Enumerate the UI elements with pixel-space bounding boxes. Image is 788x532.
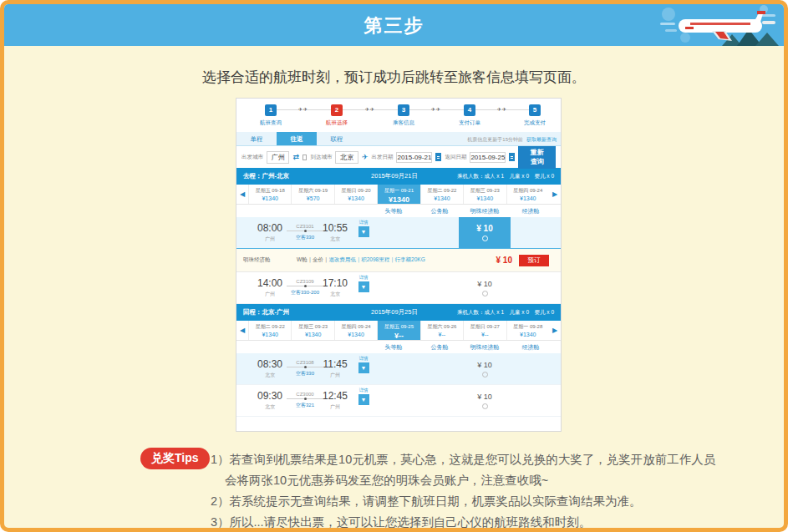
arrive-city-label: 到达城市: [310, 154, 332, 161]
refresh-link[interactable]: 获取最新查询: [526, 137, 557, 142]
fare-price-red: ¥ 10: [474, 256, 512, 265]
refresh-note-text: 机票信息更新于15分钟前: [467, 137, 523, 142]
fare-price: ¥ 10: [476, 224, 492, 233]
detail-dropdown-icon[interactable]: ▼: [358, 281, 369, 292]
book-button[interactable]: 预订: [519, 255, 549, 266]
cabin-first: 头等舱: [375, 207, 412, 215]
day-cell[interactable]: 星期四 09-24 ¥1340: [334, 321, 377, 340]
depart-date-input[interactable]: 2015-09-21: [396, 152, 432, 163]
refresh-note: 机票信息更新于15分钟前获取最新查询: [467, 136, 557, 144]
airplane-illustration: [657, 4, 782, 46]
tab-roundtrip[interactable]: 往返: [277, 132, 317, 145]
outbound-header: 去程：广州-北京 2015年09月21日 乘机人数：成人 x 1 儿童 x 0 …: [236, 168, 561, 185]
detail-col: 详情 ▼: [353, 388, 374, 405]
step-5-box: 5: [529, 104, 541, 116]
booking-stepper: ✈✈ ✈✈ ✈✈ ✈✈ 1 2 3 4 5 航班查询 航班选择 乘客信息 支付订…: [236, 99, 561, 132]
day-cell[interactable]: 星期日 09-27 ¥--: [463, 321, 506, 340]
cabin-business: 公务舱: [421, 343, 458, 352]
arrive-city-input[interactable]: 北京: [335, 151, 358, 164]
arr-city: 广州: [315, 403, 355, 411]
tip-line: 2）若系统提示无查询结果，请调整下航班日期，机票奖品以实际查询结果为准。: [211, 491, 762, 512]
cabin-first: 头等舱: [375, 343, 412, 352]
detail-dropdown-icon[interactable]: ▼: [358, 362, 369, 373]
calendar-icon[interactable]: [435, 153, 441, 161]
tip-line: 3）所以...请尽快出票，这可以让您选择到自己心仪的航班路线和时刻。: [211, 512, 762, 532]
return-date-label: 返回日期: [445, 154, 466, 161]
requery-button[interactable]: 重新查询: [518, 145, 556, 169]
plane-connector-icon: ✈✈: [426, 106, 446, 112]
detail-label: 详情: [353, 275, 374, 281]
arr-city: 北京: [315, 291, 355, 298]
day-cell[interactable]: 星期四 09-24 ¥1340: [506, 185, 549, 204]
day-name: 星期三 09-23: [292, 323, 333, 331]
day-cell[interactable]: 星期二 09-22 ¥1340: [248, 321, 291, 340]
fare-info: W舱｜全价｜退改费用低｜积2098里程｜行李额20KG: [287, 256, 474, 264]
tip-line: 1）若查询到机票结果是10元机票，莫心急，这就是您可以兑换的大奖了，兑奖开放前工…: [211, 449, 762, 470]
fare-price: ¥ 10: [477, 361, 492, 369]
day-cell[interactable]: 星期六 09-19 ¥570: [291, 185, 333, 204]
day-name: 星期二 09-22: [249, 323, 291, 331]
arr-time: 11:45: [315, 358, 355, 370]
day-name: 星期三 09-23: [464, 187, 506, 195]
next-days-icon[interactable]: ▶: [549, 321, 561, 340]
prev-days-icon[interactable]: ◀: [236, 185, 248, 204]
arr-city: 广州: [315, 372, 355, 379]
day-cell[interactable]: 星期五 09-18 ¥1340: [248, 185, 291, 204]
day-price: ¥1340: [249, 195, 291, 201]
day-cell[interactable]: 星期六 09-26 ¥--: [420, 321, 463, 340]
inbound-cabin-headers: 头等舱 公务舱 明珠经济舱 经济舱: [236, 341, 561, 353]
intro-text: 选择合适的航班时刻，预订成功后跳转至旅客信息填写页面。: [4, 68, 784, 87]
fare-price: ¥ 10: [477, 280, 492, 288]
step-2-box: 2: [331, 104, 343, 116]
day-price: ¥--: [378, 332, 419, 340]
nearby-airport-checkbox[interactable]: [302, 155, 308, 160]
day-cell[interactable]: 星期一 09-28 ¥1340: [506, 321, 549, 340]
day-name: 星期四 09-24: [335, 323, 377, 331]
calendar-icon[interactable]: [509, 153, 515, 161]
outbound-date: 2015年09月21日: [343, 172, 445, 180]
dep-time: 08:00: [248, 222, 292, 234]
plane-connector-icon: ✈✈: [360, 106, 380, 112]
tab-oneway[interactable]: 单程: [236, 132, 277, 145]
radio-icon: [482, 403, 488, 409]
return-date-input[interactable]: 2015-09-25: [470, 152, 506, 163]
day-cell[interactable]: 星期日 09-20 ¥1340: [334, 185, 377, 204]
day-price: ¥1340: [464, 195, 506, 201]
outbound-day-strip: ◀ 星期五 09-18 ¥1340 星期六 09-19 ¥570 星期日 09-…: [236, 185, 561, 205]
trip-type-tabs: 单程 往返 联程 机票信息更新于15分钟前获取最新查询: [236, 132, 561, 146]
depart-city-label: 出发城市: [241, 154, 263, 161]
step-3-box: 3: [398, 104, 409, 116]
cabin-premium-economy: 明珠经济舱: [461, 207, 508, 215]
fare-option[interactable]: ¥ 10: [459, 353, 511, 384]
next-days-icon[interactable]: ▶: [549, 185, 561, 204]
step-3-label: 乘客信息: [385, 119, 422, 127]
depart-city-input[interactable]: 广州: [267, 151, 289, 164]
fare-option-selected[interactable]: ¥ 10: [459, 217, 511, 248]
departure-col: 08:00 广州: [248, 222, 292, 243]
detail-label: 详情: [353, 388, 374, 393]
day-price: ¥570: [292, 195, 333, 201]
day-name: 星期一 09-21: [378, 187, 419, 195]
fare-option[interactable]: ¥ 10: [459, 385, 511, 416]
day-cell[interactable]: 星期三 09-23 ¥1340: [291, 321, 333, 340]
dep-time: 08:30: [248, 358, 292, 370]
detail-dropdown-icon[interactable]: ▼: [358, 394, 369, 405]
depart-date-label: 出发日期: [371, 154, 393, 161]
day-cell[interactable]: 星期二 09-22 ¥1340: [420, 185, 463, 204]
day-cell-active[interactable]: 星期五 09-25 ¥--: [377, 321, 419, 340]
inbound-date: 2015年09月25日: [343, 308, 445, 317]
fare-option[interactable]: ¥ 10: [459, 272, 511, 303]
dep-time: 14:00: [248, 277, 292, 289]
outbound-cabin-headers: 头等舱 公务舱 明珠经济舱 经济舱: [236, 205, 561, 217]
day-cell[interactable]: 星期三 09-23 ¥1340: [463, 185, 506, 204]
day-name: 星期日 09-20: [335, 187, 377, 195]
day-cell-active[interactable]: 星期一 09-21 ¥1340: [377, 185, 419, 204]
day-name: 星期一 09-28: [507, 323, 549, 331]
day-price: ¥--: [464, 332, 506, 337]
fare-info-links[interactable]: 退改费用低｜积2098里程｜行李额20KG: [328, 256, 425, 262]
day-price: ¥1340: [507, 195, 549, 201]
detail-dropdown-icon[interactable]: ▼: [358, 226, 369, 237]
swap-cities-icon[interactable]: ⇄: [292, 153, 299, 161]
prev-days-icon[interactable]: ◀: [236, 321, 248, 340]
tab-multicity[interactable]: 联程: [317, 132, 357, 145]
